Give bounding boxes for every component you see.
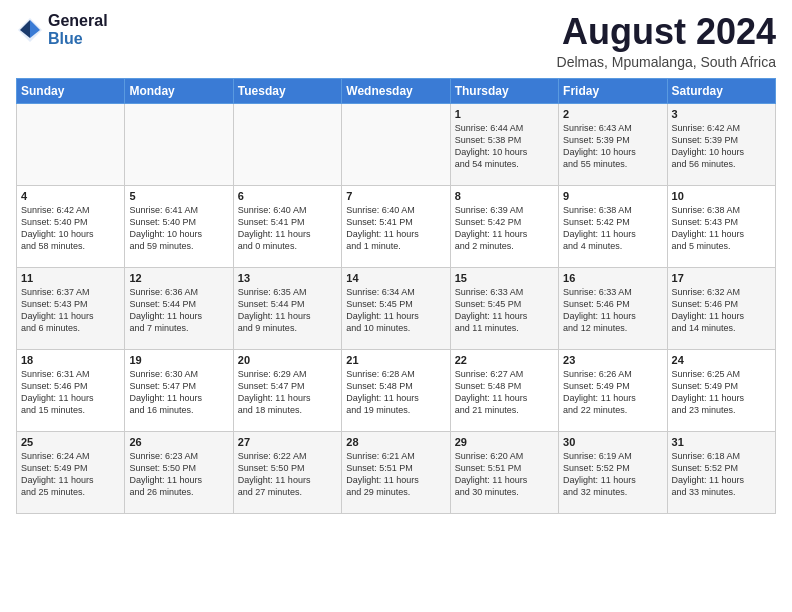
calendar-cell-w3-d1: 11Sunrise: 6:37 AM Sunset: 5:43 PM Dayli… [17, 267, 125, 349]
calendar-cell-w5-d1: 25Sunrise: 6:24 AM Sunset: 5:49 PM Dayli… [17, 431, 125, 513]
calendar-cell-w5-d4: 28Sunrise: 6:21 AM Sunset: 5:51 PM Dayli… [342, 431, 450, 513]
title-block: August 2024 Delmas, Mpumalanga, South Af… [557, 12, 776, 70]
col-monday: Monday [125, 78, 233, 103]
calendar-cell-w4-d1: 18Sunrise: 6:31 AM Sunset: 5:46 PM Dayli… [17, 349, 125, 431]
day-info: Sunrise: 6:29 AM Sunset: 5:47 PM Dayligh… [238, 368, 337, 417]
day-number: 20 [238, 354, 337, 366]
month-year-title: August 2024 [557, 12, 776, 52]
calendar-cell-w1-d2 [125, 103, 233, 185]
calendar-cell-w2-d7: 10Sunrise: 6:38 AM Sunset: 5:43 PM Dayli… [667, 185, 775, 267]
calendar-cell-w2-d2: 5Sunrise: 6:41 AM Sunset: 5:40 PM Daylig… [125, 185, 233, 267]
calendar-cell-w4-d6: 23Sunrise: 6:26 AM Sunset: 5:49 PM Dayli… [559, 349, 667, 431]
day-number: 23 [563, 354, 662, 366]
calendar-cell-w5-d3: 27Sunrise: 6:22 AM Sunset: 5:50 PM Dayli… [233, 431, 341, 513]
day-info: Sunrise: 6:40 AM Sunset: 5:41 PM Dayligh… [346, 204, 445, 253]
col-thursday: Thursday [450, 78, 558, 103]
day-info: Sunrise: 6:22 AM Sunset: 5:50 PM Dayligh… [238, 450, 337, 499]
calendar-cell-w2-d1: 4Sunrise: 6:42 AM Sunset: 5:40 PM Daylig… [17, 185, 125, 267]
day-info: Sunrise: 6:33 AM Sunset: 5:45 PM Dayligh… [455, 286, 554, 335]
calendar-cell-w3-d7: 17Sunrise: 6:32 AM Sunset: 5:46 PM Dayli… [667, 267, 775, 349]
col-sunday: Sunday [17, 78, 125, 103]
calendar-cell-w1-d6: 2Sunrise: 6:43 AM Sunset: 5:39 PM Daylig… [559, 103, 667, 185]
day-info: Sunrise: 6:26 AM Sunset: 5:49 PM Dayligh… [563, 368, 662, 417]
col-saturday: Saturday [667, 78, 775, 103]
day-number: 8 [455, 190, 554, 202]
page-container: General Blue August 2024 Delmas, Mpumala… [0, 0, 792, 522]
day-number: 31 [672, 436, 771, 448]
day-info: Sunrise: 6:34 AM Sunset: 5:45 PM Dayligh… [346, 286, 445, 335]
day-info: Sunrise: 6:41 AM Sunset: 5:40 PM Dayligh… [129, 204, 228, 253]
day-info: Sunrise: 6:39 AM Sunset: 5:42 PM Dayligh… [455, 204, 554, 253]
day-info: Sunrise: 6:25 AM Sunset: 5:49 PM Dayligh… [672, 368, 771, 417]
day-number: 2 [563, 108, 662, 120]
calendar-body: 1Sunrise: 6:44 AM Sunset: 5:38 PM Daylig… [17, 103, 776, 513]
logo-general-text: General [48, 12, 108, 30]
day-number: 16 [563, 272, 662, 284]
calendar-cell-w3-d4: 14Sunrise: 6:34 AM Sunset: 5:45 PM Dayli… [342, 267, 450, 349]
week-row-1: 1Sunrise: 6:44 AM Sunset: 5:38 PM Daylig… [17, 103, 776, 185]
calendar-cell-w4-d5: 22Sunrise: 6:27 AM Sunset: 5:48 PM Dayli… [450, 349, 558, 431]
day-number: 22 [455, 354, 554, 366]
day-number: 25 [21, 436, 120, 448]
col-tuesday: Tuesday [233, 78, 341, 103]
calendar-cell-w5-d2: 26Sunrise: 6:23 AM Sunset: 5:50 PM Dayli… [125, 431, 233, 513]
calendar-cell-w2-d3: 6Sunrise: 6:40 AM Sunset: 5:41 PM Daylig… [233, 185, 341, 267]
week-row-5: 25Sunrise: 6:24 AM Sunset: 5:49 PM Dayli… [17, 431, 776, 513]
calendar-cell-w1-d7: 3Sunrise: 6:42 AM Sunset: 5:39 PM Daylig… [667, 103, 775, 185]
day-number: 9 [563, 190, 662, 202]
logo-icon [16, 16, 44, 44]
day-number: 19 [129, 354, 228, 366]
day-number: 7 [346, 190, 445, 202]
calendar-cell-w5-d5: 29Sunrise: 6:20 AM Sunset: 5:51 PM Dayli… [450, 431, 558, 513]
day-info: Sunrise: 6:31 AM Sunset: 5:46 PM Dayligh… [21, 368, 120, 417]
day-number: 1 [455, 108, 554, 120]
calendar-cell-w4-d4: 21Sunrise: 6:28 AM Sunset: 5:48 PM Dayli… [342, 349, 450, 431]
calendar-cell-w1-d5: 1Sunrise: 6:44 AM Sunset: 5:38 PM Daylig… [450, 103, 558, 185]
day-number: 17 [672, 272, 771, 284]
logo-blue-text: Blue [48, 30, 108, 48]
location-subtitle: Delmas, Mpumalanga, South Africa [557, 54, 776, 70]
calendar-cell-w3-d2: 12Sunrise: 6:36 AM Sunset: 5:44 PM Dayli… [125, 267, 233, 349]
day-number: 24 [672, 354, 771, 366]
day-info: Sunrise: 6:19 AM Sunset: 5:52 PM Dayligh… [563, 450, 662, 499]
week-row-4: 18Sunrise: 6:31 AM Sunset: 5:46 PM Dayli… [17, 349, 776, 431]
calendar-cell-w4-d2: 19Sunrise: 6:30 AM Sunset: 5:47 PM Dayli… [125, 349, 233, 431]
day-info: Sunrise: 6:37 AM Sunset: 5:43 PM Dayligh… [21, 286, 120, 335]
day-info: Sunrise: 6:33 AM Sunset: 5:46 PM Dayligh… [563, 286, 662, 335]
day-info: Sunrise: 6:38 AM Sunset: 5:42 PM Dayligh… [563, 204, 662, 253]
day-number: 4 [21, 190, 120, 202]
day-number: 11 [21, 272, 120, 284]
week-row-3: 11Sunrise: 6:37 AM Sunset: 5:43 PM Dayli… [17, 267, 776, 349]
day-number: 5 [129, 190, 228, 202]
calendar-cell-w5-d6: 30Sunrise: 6:19 AM Sunset: 5:52 PM Dayli… [559, 431, 667, 513]
day-info: Sunrise: 6:43 AM Sunset: 5:39 PM Dayligh… [563, 122, 662, 171]
calendar-cell-w1-d1 [17, 103, 125, 185]
day-number: 18 [21, 354, 120, 366]
day-info: Sunrise: 6:36 AM Sunset: 5:44 PM Dayligh… [129, 286, 228, 335]
col-wednesday: Wednesday [342, 78, 450, 103]
col-friday: Friday [559, 78, 667, 103]
calendar-cell-w1-d4 [342, 103, 450, 185]
day-info: Sunrise: 6:21 AM Sunset: 5:51 PM Dayligh… [346, 450, 445, 499]
day-info: Sunrise: 6:32 AM Sunset: 5:46 PM Dayligh… [672, 286, 771, 335]
calendar-cell-w3-d6: 16Sunrise: 6:33 AM Sunset: 5:46 PM Dayli… [559, 267, 667, 349]
day-number: 26 [129, 436, 228, 448]
logo-text: General Blue [48, 12, 108, 47]
day-info: Sunrise: 6:42 AM Sunset: 5:39 PM Dayligh… [672, 122, 771, 171]
calendar-cell-w5-d7: 31Sunrise: 6:18 AM Sunset: 5:52 PM Dayli… [667, 431, 775, 513]
page-header: General Blue August 2024 Delmas, Mpumala… [16, 12, 776, 70]
day-info: Sunrise: 6:23 AM Sunset: 5:50 PM Dayligh… [129, 450, 228, 499]
day-info: Sunrise: 6:18 AM Sunset: 5:52 PM Dayligh… [672, 450, 771, 499]
calendar-cell-w4-d3: 20Sunrise: 6:29 AM Sunset: 5:47 PM Dayli… [233, 349, 341, 431]
day-number: 14 [346, 272, 445, 284]
calendar-cell-w2-d5: 8Sunrise: 6:39 AM Sunset: 5:42 PM Daylig… [450, 185, 558, 267]
calendar-cell-w2-d4: 7Sunrise: 6:40 AM Sunset: 5:41 PM Daylig… [342, 185, 450, 267]
calendar-header-row: Sunday Monday Tuesday Wednesday Thursday… [17, 78, 776, 103]
day-info: Sunrise: 6:38 AM Sunset: 5:43 PM Dayligh… [672, 204, 771, 253]
calendar-cell-w1-d3 [233, 103, 341, 185]
day-info: Sunrise: 6:42 AM Sunset: 5:40 PM Dayligh… [21, 204, 120, 253]
day-number: 30 [563, 436, 662, 448]
day-number: 27 [238, 436, 337, 448]
calendar-cell-w2-d6: 9Sunrise: 6:38 AM Sunset: 5:42 PM Daylig… [559, 185, 667, 267]
calendar-cell-w4-d7: 24Sunrise: 6:25 AM Sunset: 5:49 PM Dayli… [667, 349, 775, 431]
